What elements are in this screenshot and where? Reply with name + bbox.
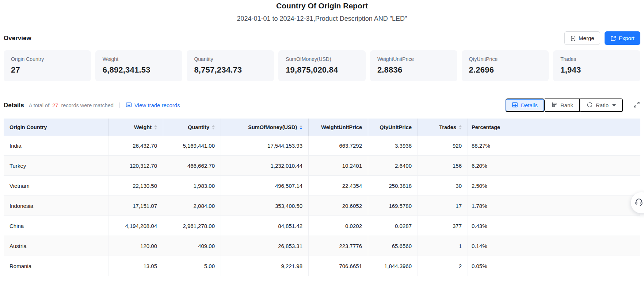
cell-origin-country: Indonesia (4, 196, 108, 216)
cell-percentage: 88.27% (468, 136, 640, 155)
cell-weightunitprice: 20.6052 (309, 196, 368, 216)
cell-trades: 17 (418, 196, 468, 216)
column-header-weightunitprice: WeightUnitPrice (309, 119, 368, 136)
cell-trades: 1 (418, 236, 468, 256)
cell-quantity: 5.00 (163, 256, 221, 276)
stat-card-label: Trades (560, 56, 633, 62)
sort-carets-icon (212, 125, 215, 129)
cell-quantity: 2,961,278.00 (163, 216, 221, 236)
cell-percentage: 6.20% (468, 156, 640, 175)
table-header: Origin CountryWeightQuantitySumOfMoney(U… (4, 119, 640, 136)
column-label: QtyUnitPrice (380, 124, 412, 130)
tab-details[interactable]: Details (506, 98, 545, 112)
cell-trades: 2 (418, 256, 468, 276)
column-label: WeightUnitPrice (321, 124, 362, 130)
column-label: Percentage (472, 124, 500, 130)
country-of-origin-report-page: Country Of Origin Report 2024-01-01 to 2… (0, 0, 644, 283)
stat-card-weight: Weight 6,892,341.53 (95, 50, 183, 81)
details-bar: Details A total of 27 records were match… (0, 98, 644, 112)
view-trade-records-label: View trade records (134, 102, 180, 108)
table-row-india: India26,432.705,169,441.0017,544,153.936… (4, 136, 640, 156)
table-row-indonesia: Indonesia17,151.072,084.00353,400.5020.6… (4, 196, 640, 216)
tab-ratio-label: Ratio (596, 102, 609, 108)
stat-card-label: Weight (103, 56, 175, 62)
stat-card-label: Origin Country (11, 56, 84, 62)
stat-card-value: 2.8836 (377, 65, 450, 75)
cell-weightunitprice: 223.7776 (309, 236, 368, 256)
page-title: Country Of Origin Report (0, 1, 644, 10)
cell-weight: 120.00 (108, 236, 163, 256)
matched-count: 27 (52, 102, 58, 108)
cell-weight: 26,432.70 (108, 136, 163, 155)
cell-weightunitprice: 0.0202 (309, 216, 368, 236)
tab-details-label: Details (521, 102, 538, 108)
cell-weight: 17,151.07 (108, 196, 163, 216)
tab-ratio[interactable]: Ratio (580, 98, 623, 112)
cell-quantity: 2,084.00 (163, 196, 221, 216)
stat-card-label: WeightUnitPrice (377, 56, 450, 62)
view-trade-records-link[interactable]: View trade records (126, 102, 180, 109)
chevron-down-icon (612, 104, 616, 106)
stat-card-quantity: Quantity 8,757,234.73 (187, 50, 274, 81)
cell-percentage: 0.05% (468, 256, 640, 276)
cell-weightunitprice: 663.7292 (309, 136, 368, 155)
vertical-divider (119, 102, 120, 108)
view-mode-segmented: Details Rank (505, 98, 623, 112)
table-row-turkey: Turkey120,312.70466,662.701,232,010.4410… (4, 156, 640, 176)
column-header-sumofmoney-usd[interactable]: SumOfMoney(USD) (221, 119, 309, 136)
stat-card-sumofmoney-usd: SumOfMoney(USD) 19,875,020.84 (278, 50, 366, 81)
cell-qtyunitprice: 169.5780 (368, 196, 418, 216)
merge-button[interactable]: Merge (564, 31, 600, 45)
cell-quantity: 466,662.70 (163, 156, 221, 175)
table-row-vietnam: Vietnam22,130.501,983.00496,507.1422.435… (4, 176, 640, 196)
cell-sumofmoney-usd: 1,232,010.44 (221, 156, 309, 175)
stat-card-label: Quantity (194, 56, 267, 62)
report-header: Country Of Origin Report 2024-01-01 to 2… (0, 0, 644, 23)
cell-weightunitprice: 10.2401 (309, 156, 368, 175)
cell-weight: 4,194,208.04 (108, 216, 163, 236)
tab-rank[interactable]: Rank (545, 98, 580, 112)
export-icon (610, 35, 616, 41)
cell-weightunitprice: 22.4354 (309, 176, 368, 195)
stat-card-origin-country: Origin Country 27 (4, 50, 91, 81)
cell-qtyunitprice: 3.3938 (368, 136, 418, 155)
cell-origin-country: Turkey (4, 156, 108, 175)
cell-origin-country: India (4, 136, 108, 155)
cell-percentage: 2.50% (468, 176, 640, 195)
column-label: Weight (134, 124, 152, 130)
column-label: SumOfMoney(USD) (248, 124, 297, 130)
sort-carets-icon (459, 125, 462, 129)
overview-cards: Origin Country 27 Weight 6,892,341.53 Qu… (0, 50, 644, 81)
cell-origin-country: China (4, 216, 108, 236)
column-header-quantity[interactable]: Quantity (163, 119, 221, 136)
overview-actions: Merge Export (564, 31, 640, 45)
headset-icon (634, 197, 644, 208)
fullscreen-button[interactable] (633, 101, 640, 110)
browser-arrow-icon (126, 102, 132, 109)
column-label: Origin Country (9, 124, 47, 130)
overview-bar: Overview Merge Export (0, 31, 644, 45)
stat-card-weightunitprice: WeightUnitPrice 2.8836 (370, 50, 457, 81)
column-header-trades[interactable]: Trades (418, 119, 468, 136)
cell-percentage: 1.78% (468, 196, 640, 216)
cell-qtyunitprice: 250.3818 (368, 176, 418, 195)
cell-origin-country: Austria (4, 236, 108, 256)
cell-origin-country: Vietnam (4, 176, 108, 195)
cell-sumofmoney-usd: 9,221.98 (221, 256, 309, 276)
export-button[interactable]: Export (605, 31, 640, 45)
cell-trades: 920 (418, 136, 468, 155)
tab-rank-label: Rank (560, 102, 573, 108)
table-row-romania: Romania13.055.009,221.98706.66511,844.39… (4, 256, 640, 276)
column-label: Quantity (188, 124, 209, 130)
cell-sumofmoney-usd: 353,400.50 (221, 196, 309, 216)
table-body: India26,432.705,169,441.0017,544,153.936… (4, 136, 640, 276)
stat-card-value: 1,943 (560, 65, 633, 75)
column-header-weight[interactable]: Weight (108, 119, 163, 136)
cell-sumofmoney-usd: 17,544,153.93 (221, 136, 309, 155)
cell-origin-country: Romania (4, 256, 108, 276)
cell-weight: 22,130.50 (108, 176, 163, 195)
cell-trades: 156 (418, 156, 468, 175)
cell-sumofmoney-usd: 84,851.42 (221, 216, 309, 236)
overview-heading: Overview (4, 35, 31, 42)
stat-card-label: QtyUnitPrice (469, 56, 542, 62)
